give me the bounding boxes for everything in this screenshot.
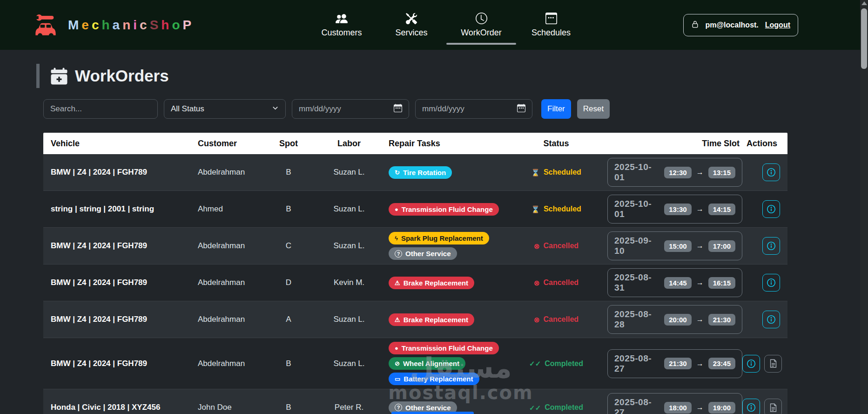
- timeslot-box: 2025-10-0113:30→14:15: [607, 195, 742, 224]
- timeslot-cell: 2025-08-2718:00→19:00: [607, 393, 742, 414]
- info-button[interactable]: [762, 237, 780, 255]
- actions-cell: [742, 311, 780, 328]
- timeslot-box: 2025-09-1015:00→17:00: [607, 231, 742, 260]
- task-label: Other Service: [405, 250, 451, 258]
- date-to-placeholder: mm/dd/yyyy: [422, 104, 464, 114]
- battery-icon: ▭: [395, 376, 400, 382]
- timeslot-cell: 2025-09-1015:00→17:00: [607, 231, 742, 260]
- search-input[interactable]: [43, 99, 158, 119]
- calendar-picker-icon[interactable]: [394, 104, 402, 115]
- filter-button[interactable]: Filter: [541, 99, 571, 119]
- labor-cell: Suzan L.: [310, 204, 389, 214]
- status-cell: ⌛Scheduled: [505, 168, 607, 176]
- file-icon: [769, 403, 777, 412]
- scrollbar-up-arrow-icon[interactable]: [861, 1, 867, 5]
- labor-cell: Suzan L.: [310, 359, 389, 368]
- hourglass-icon: ⌛: [531, 169, 540, 176]
- timeslot-end: 14:15: [708, 204, 735, 215]
- spot-cell: B: [268, 403, 310, 412]
- table-row: BMW | Z4 | 2024 | FGH789AbdelrahmanBSuza…: [43, 338, 787, 389]
- page-header: WorkOrders: [36, 64, 868, 88]
- status-label: Cancelled: [543, 315, 579, 324]
- calendar-picker-icon[interactable]: [517, 104, 525, 115]
- main-nav: Customers Services WorkOrder Schedules: [307, 0, 586, 50]
- status-cell: ⊗Cancelled: [505, 242, 607, 250]
- labor-cell: Kevin M.: [310, 278, 389, 287]
- brand-name: MechanicShoP: [68, 18, 194, 33]
- task-label: Battery Replacement: [404, 375, 473, 383]
- file-button[interactable]: [764, 355, 782, 373]
- partial-next-row-badge: [391, 412, 474, 414]
- file-button[interactable]: [764, 399, 782, 414]
- hourglass-icon: ⌛: [531, 206, 540, 213]
- status-select[interactable]: All Status: [164, 99, 286, 119]
- info-button[interactable]: [762, 311, 780, 328]
- reset-button[interactable]: Reset: [577, 99, 610, 119]
- spot-cell: C: [268, 241, 310, 251]
- customer-cell: Abdelrahman: [198, 241, 268, 251]
- vertical-scrollbar[interactable]: [860, 0, 868, 414]
- brand-letter: S: [150, 18, 161, 32]
- nav-item-label: Customers: [321, 28, 362, 38]
- logout-link[interactable]: Logout: [765, 21, 790, 29]
- task-badge: ⊘Wheel Alignment: [389, 357, 465, 370]
- check-double-icon: ✓✓: [529, 404, 541, 411]
- timeslot-end: 17:00: [708, 240, 735, 252]
- brand-letter: c: [92, 18, 102, 32]
- task-badge: ?Other Service: [389, 247, 457, 260]
- info-button[interactable]: [762, 163, 780, 181]
- labor-cell: Peter R.: [310, 403, 389, 412]
- task-label: Wheel Alignment: [403, 360, 459, 367]
- nav-item-customers[interactable]: Customers: [307, 0, 377, 50]
- calendar-icon: [545, 13, 557, 25]
- clock-icon: [476, 13, 487, 25]
- repair-tasks-cell: ↻Tire Rotation: [389, 166, 505, 179]
- status-label: Cancelled: [543, 242, 579, 250]
- task-badge: ●Transmission Fluid Change: [389, 342, 499, 354]
- table-row: BMW | Z4 | 2024 | FGH789AbdelrahmanBSuza…: [43, 154, 787, 191]
- customer-cell: Abdelrahman: [198, 359, 268, 368]
- info-icon: [767, 241, 776, 251]
- info-button[interactable]: [762, 274, 780, 292]
- timeslot-cell: 2025-10-0113:30→14:15: [607, 195, 742, 224]
- date-to-input[interactable]: mm/dd/yyyy: [415, 99, 532, 119]
- vehicle-cell: Honda | Civic | 2018 | XYZ456: [51, 403, 198, 412]
- spot-cell: A: [268, 315, 310, 324]
- labor-cell: Suzan L.: [310, 315, 389, 324]
- date-from-input[interactable]: mm/dd/yyyy: [292, 99, 409, 119]
- nav-item-label: Services: [395, 28, 427, 38]
- account-logout-button[interactable]: pm@localhost. Logout: [683, 14, 798, 36]
- info-icon: [767, 278, 776, 287]
- table-row: string | string | 2001 | stringAhmedBSuz…: [43, 191, 787, 228]
- title-accent-bar: [36, 64, 40, 88]
- info-button[interactable]: [742, 399, 760, 414]
- nav-item-workorder[interactable]: WorkOrder: [446, 0, 516, 50]
- task-label: Other Service: [405, 404, 451, 412]
- table-row: Honda | Civic | 2018 | XYZ456John DoeBPe…: [43, 389, 787, 414]
- labor-cell: Suzan L.: [310, 241, 389, 251]
- brand-letter: P: [183, 18, 195, 32]
- info-icon: [767, 315, 776, 324]
- timeslot-date: 2025-10-01: [614, 199, 659, 219]
- nav-item-services[interactable]: Services: [377, 0, 446, 50]
- task-label: Spark Plug Replacement: [401, 234, 483, 242]
- actions-cell: [742, 355, 782, 373]
- col-vehicle: Vehicle: [51, 139, 198, 149]
- info-icon: [767, 168, 776, 177]
- nav-item-schedules[interactable]: Schedules: [516, 0, 586, 50]
- workorders-table: Vehicle Customer Spot Labor Repair Tasks…: [43, 133, 787, 414]
- brand[interactable]: MechanicShoP: [33, 13, 194, 37]
- question-icon: ?: [395, 250, 402, 258]
- info-button[interactable]: [762, 200, 780, 218]
- scrollbar-thumb[interactable]: [861, 8, 867, 69]
- timeslot-cell: 2025-08-2721:30→23:45: [607, 349, 742, 378]
- status-select-value: All Status: [171, 104, 204, 114]
- x-circle-icon: ⊗: [534, 243, 540, 250]
- task-badge: ↻Tire Rotation: [389, 166, 452, 179]
- info-button[interactable]: [742, 355, 760, 373]
- filter-bar: All Status mm/dd/yyyy mm/dd/yyyy Filter …: [43, 99, 868, 119]
- status-cell: ✓✓Completed: [505, 360, 607, 368]
- repair-tasks-cell: ϟSpark Plug Replacement?Other Service: [389, 232, 505, 260]
- spot-cell: B: [268, 204, 310, 214]
- timeslot-start: 12:30: [664, 167, 691, 178]
